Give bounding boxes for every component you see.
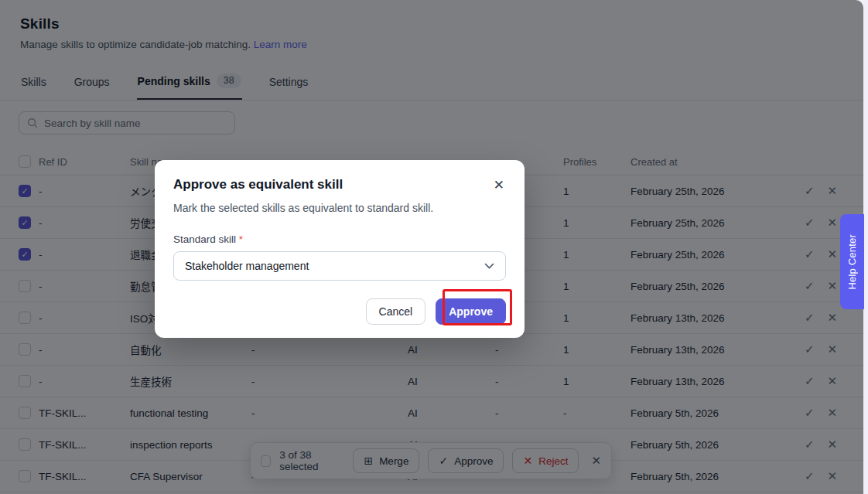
standard-skill-select[interactable]: Stakeholder management [173, 251, 506, 281]
modal-close-icon[interactable]: ✕ [492, 177, 506, 193]
standard-skill-label: Standard skill * [173, 233, 506, 245]
help-center-tab[interactable]: Help Center [840, 214, 864, 309]
modal-title: Approve as equivalent skill [173, 177, 343, 192]
modal-description: Mark the selected skills as equivalent t… [173, 202, 506, 214]
standard-skill-label-text: Standard skill [173, 233, 236, 245]
help-center-label: Help Center [846, 234, 858, 290]
approve-equivalent-modal: Approve as equivalent skill ✕ Mark the s… [155, 160, 525, 338]
approve-button[interactable]: Approve [436, 298, 506, 325]
cancel-button[interactable]: Cancel [366, 298, 426, 325]
standard-skill-value: Stakeholder management [185, 260, 309, 272]
chevron-down-icon [484, 263, 494, 269]
required-asterisk: * [239, 233, 243, 245]
